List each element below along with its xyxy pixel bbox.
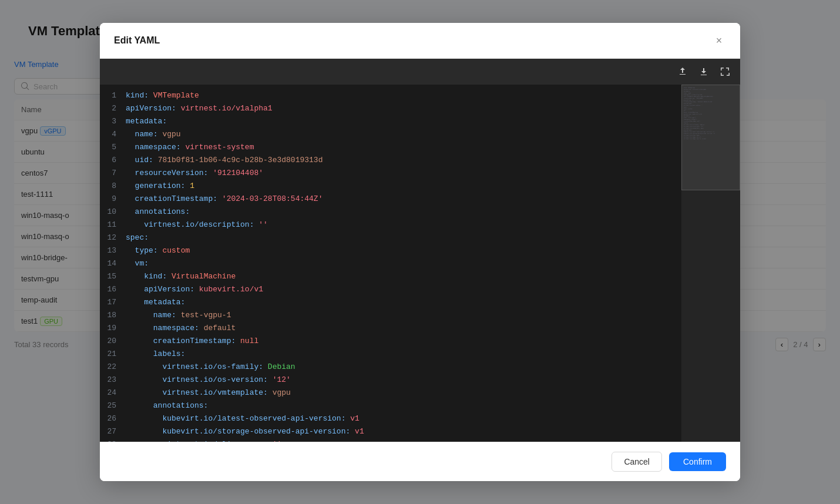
line-content: kubevirt.io/latest-observed-api-version:…: [126, 412, 359, 425]
expand-icon: [720, 67, 730, 76]
line-content: vm:: [126, 257, 149, 270]
line-number: 12: [105, 231, 126, 244]
yaml-editor: 1kind: VMTemplate2apiVersion: virtnest.i…: [100, 59, 740, 442]
minimap: kind: VMTemplateapiVersion: virtnest.io/…: [681, 85, 740, 442]
code-line: 2apiVersion: virtnest.io/v1alpha1: [100, 102, 681, 115]
code-line: 7 resourceVersion: '912104408': [100, 167, 681, 180]
line-number: 25: [105, 399, 126, 412]
line-number: 15: [105, 270, 126, 283]
editor-toolbar: [100, 59, 740, 85]
line-content: labels:: [126, 348, 185, 361]
code-line: 18 name: test-vgpu-1: [100, 309, 681, 322]
line-content: apiVersion: kubevirt.io/v1: [126, 283, 263, 296]
code-line: 25 annotations:: [100, 399, 681, 412]
line-number: 5: [105, 141, 126, 154]
line-number: 19: [105, 322, 126, 335]
line-content: name: test-vgpu-1: [126, 309, 231, 322]
code-line: 23 virtnest.io/os-version: '12': [100, 374, 681, 387]
line-number: 17: [105, 296, 126, 309]
code-area[interactable]: 1kind: VMTemplate2apiVersion: virtnest.i…: [100, 85, 681, 442]
edit-yaml-modal: Edit YAML ×: [100, 23, 740, 481]
code-line: 17 metadata:: [100, 296, 681, 309]
code-line: 16 apiVersion: kubevirt.io/v1: [100, 283, 681, 296]
line-content: kind: VirtualMachine: [126, 270, 236, 283]
line-content: metadata:: [126, 296, 185, 309]
code-line: 8 generation: 1: [100, 180, 681, 193]
line-number: 26: [105, 412, 126, 425]
code-line: 26 kubevirt.io/latest-observed-api-versi…: [100, 412, 681, 425]
download-button[interactable]: [695, 63, 712, 80]
line-content: kubevirt.io/storage-observed-api-version…: [126, 425, 364, 438]
line-number: 9: [105, 193, 126, 206]
editor-body: 1kind: VMTemplate2apiVersion: virtnest.i…: [100, 85, 740, 442]
line-number: 4: [105, 128, 126, 141]
line-content: uid: 781b0f81-1b06-4c9c-b28b-3e3d8019313…: [126, 154, 322, 167]
line-content: virtnest.io/alias-name: '': [126, 438, 281, 442]
code-line: 9 creationTimestamp: '2024-03-28T08:54:4…: [100, 193, 681, 206]
line-number: 8: [105, 180, 126, 193]
line-content: creationTimestamp: null: [126, 335, 258, 348]
line-content: annotations:: [126, 206, 190, 219]
line-number: 20: [105, 335, 126, 348]
line-number: 3: [105, 115, 126, 128]
line-number: 16: [105, 283, 126, 296]
code-line: 1kind: VMTemplate: [100, 89, 681, 102]
line-content: namespace: default: [126, 322, 236, 335]
line-number: 27: [105, 425, 126, 438]
code-line: 6 uid: 781b0f81-1b06-4c9c-b28b-3e3d80193…: [100, 154, 681, 167]
line-content: resourceVersion: '912104408': [126, 167, 263, 180]
code-line: 5 namespace: virtnest-system: [100, 141, 681, 154]
code-line: 15 kind: VirtualMachine: [100, 270, 681, 283]
line-content: type: custom: [126, 244, 190, 257]
line-content: namespace: virtnest-system: [126, 141, 254, 154]
line-content: apiVersion: virtnest.io/v1alpha1: [126, 102, 273, 115]
close-button[interactable]: ×: [712, 33, 726, 48]
code-line: 21 labels:: [100, 348, 681, 361]
line-content: virtnest.io/vmtemplate: vgpu: [126, 387, 291, 399]
line-content: metadata:: [126, 115, 167, 128]
upload-button[interactable]: [674, 63, 691, 80]
upload-icon: [678, 67, 687, 76]
code-line: 3metadata:: [100, 115, 681, 128]
line-number: 14: [105, 257, 126, 270]
line-number: 6: [105, 154, 126, 167]
code-line: 19 namespace: default: [100, 322, 681, 335]
line-number: 24: [105, 387, 126, 399]
code-line: 14 vm:: [100, 257, 681, 270]
modal-overlay: Edit YAML ×: [0, 0, 840, 504]
code-line: 10 annotations:: [100, 206, 681, 219]
cancel-button[interactable]: Cancel: [611, 452, 662, 472]
expand-button[interactable]: [717, 63, 733, 80]
modal-header: Edit YAML ×: [100, 23, 740, 59]
line-number: 11: [105, 219, 126, 231]
line-number: 1: [105, 89, 126, 102]
code-line: 24 virtnest.io/vmtemplate: vgpu: [100, 387, 681, 399]
download-icon: [699, 67, 708, 76]
line-number: 28: [105, 438, 126, 442]
line-number: 18: [105, 309, 126, 322]
line-content: generation: 1: [126, 180, 194, 193]
line-content: kind: VMTemplate: [126, 89, 199, 102]
line-content: virtnest.io/description: '': [126, 219, 268, 231]
line-content: virtnest.io/os-version: '12': [126, 374, 291, 387]
modal-title: Edit YAML: [114, 35, 160, 46]
minimap-slider[interactable]: [681, 85, 740, 190]
code-line: 11 virtnest.io/description: '': [100, 219, 681, 231]
line-number: 10: [105, 206, 126, 219]
line-content: annotations:: [126, 399, 208, 412]
line-content: name: vgpu: [126, 128, 181, 141]
line-number: 7: [105, 167, 126, 180]
code-line: 27 kubevirt.io/storage-observed-api-vers…: [100, 425, 681, 438]
line-content: spec:: [126, 231, 149, 244]
line-number: 23: [105, 374, 126, 387]
code-line: 13 type: custom: [100, 244, 681, 257]
confirm-button[interactable]: Confirm: [669, 452, 726, 471]
modal-footer: Cancel Confirm: [100, 442, 740, 481]
code-line: 12spec:: [100, 231, 681, 244]
code-line: 28 virtnest.io/alias-name: '': [100, 438, 681, 442]
line-number: 22: [105, 361, 126, 374]
code-line: 20 creationTimestamp: null: [100, 335, 681, 348]
line-number: 2: [105, 102, 126, 115]
line-content: creationTimestamp: '2024-03-28T08:54:44Z…: [126, 193, 322, 206]
code-line: 22 virtnest.io/os-family: Debian: [100, 361, 681, 374]
